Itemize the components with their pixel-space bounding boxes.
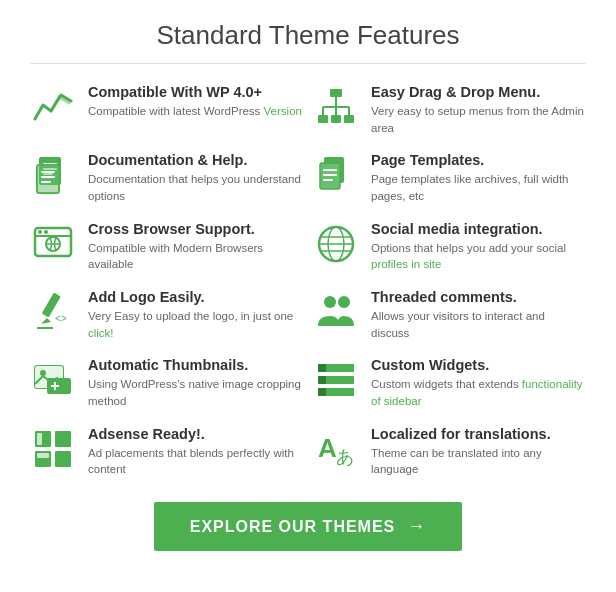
pencil-icon: <> xyxy=(30,289,76,335)
svg-point-26 xyxy=(38,230,42,234)
list-icon xyxy=(313,357,359,403)
feature-logo-heading: Add Logo Easily. xyxy=(88,289,303,305)
feature-thumbnails-desc: Using WordPress's native image cropping … xyxy=(88,376,303,409)
feature-wp-compat-desc: Compatible with latest WordPress Version xyxy=(88,103,302,120)
people-icon xyxy=(313,289,359,335)
svg-rect-14 xyxy=(37,165,59,193)
features-grid: Compatible With WP 4.0+ Compatible with … xyxy=(30,84,586,478)
feature-social-desc: Options that helps you add your social p… xyxy=(371,240,586,273)
feature-thumbnails-heading: Automatic Thumbnails. xyxy=(88,357,303,373)
feature-social-heading: Social media integration. xyxy=(371,221,586,237)
feature-docs: Documentation & Help. Documentation that… xyxy=(30,152,303,204)
feature-browser-desc: Compatible with Modern Browsers availabl… xyxy=(88,240,303,273)
svg-text:あ: あ xyxy=(336,447,354,467)
svg-rect-1 xyxy=(318,115,328,123)
svg-rect-21 xyxy=(323,169,337,171)
svg-rect-23 xyxy=(323,179,333,181)
svg-point-27 xyxy=(44,230,48,234)
feature-comments: Threaded comments. Allows your visitors … xyxy=(313,289,586,341)
explore-btn-wrapper: EXPLORE OUR THEMES → xyxy=(30,502,586,551)
svg-rect-50 xyxy=(318,376,326,384)
svg-rect-56 xyxy=(55,451,71,467)
feature-templates: Page Templates. Page templates like arch… xyxy=(313,152,586,204)
svg-marker-36 xyxy=(41,318,51,324)
feature-widgets: Custom Widgets. Custom widgets that exte… xyxy=(313,357,586,409)
document-icon xyxy=(30,152,76,198)
feature-templates-desc: Page templates like archives, full width… xyxy=(371,171,586,204)
svg-rect-57 xyxy=(37,433,42,445)
feature-drag-drop-heading: Easy Drag & Drop Menu. xyxy=(371,84,586,100)
chart-icon xyxy=(30,84,76,130)
feature-social: Social media integration. Options that h… xyxy=(313,221,586,273)
feature-adsense-heading: Adsense Ready!. xyxy=(88,426,303,442)
feature-comments-heading: Threaded comments. xyxy=(371,289,586,305)
feature-browser: Cross Browser Support. Compatible with M… xyxy=(30,221,303,273)
svg-text:A: A xyxy=(318,433,337,463)
browser-icon xyxy=(30,221,76,267)
svg-rect-0 xyxy=(330,89,342,97)
svg-rect-58 xyxy=(37,453,49,458)
feature-drag-drop: Easy Drag & Drop Menu. Very easy to setu… xyxy=(313,84,586,136)
svg-point-39 xyxy=(324,296,336,308)
feature-logo-desc: Very Easy to upload the logo, in just on… xyxy=(88,308,303,341)
feature-wp-compat: Compatible With WP 4.0+ Compatible with … xyxy=(30,84,303,136)
svg-rect-15 xyxy=(41,171,55,173)
svg-rect-2 xyxy=(331,115,341,123)
feature-comments-desc: Allows your visitors to interact and dis… xyxy=(371,308,586,341)
feature-docs-desc: Documentation that helps you understand … xyxy=(88,171,303,204)
feature-localized-heading: Localized for translations. xyxy=(371,426,586,442)
feature-wp-compat-heading: Compatible With WP 4.0+ xyxy=(88,84,302,100)
svg-rect-52 xyxy=(318,388,326,396)
svg-point-40 xyxy=(338,296,350,308)
feature-adsense-desc: Ad placements that blends perfectly with… xyxy=(88,445,303,478)
svg-text:<>: <> xyxy=(55,313,67,324)
grid-icon xyxy=(30,426,76,472)
globe-icon xyxy=(313,221,359,267)
image-icon xyxy=(30,357,76,403)
explore-themes-button[interactable]: EXPLORE OUR THEMES → xyxy=(154,502,463,551)
page-title: Standard Theme Features xyxy=(30,20,586,64)
feature-docs-heading: Documentation & Help. xyxy=(88,152,303,168)
pages-icon xyxy=(313,152,359,198)
feature-browser-heading: Cross Browser Support. xyxy=(88,221,303,237)
svg-rect-22 xyxy=(323,174,337,176)
svg-rect-16 xyxy=(41,176,55,178)
feature-localized: A あ Localized for translations. Theme ca… xyxy=(313,426,586,478)
explore-btn-label: EXPLORE OUR THEMES xyxy=(190,518,396,536)
feature-widgets-desc: Custom widgets that extends functionalit… xyxy=(371,376,586,409)
feature-widgets-heading: Custom Widgets. xyxy=(371,357,586,373)
hierarchy-icon xyxy=(313,84,359,130)
feature-localized-desc: Theme can be translated into any languag… xyxy=(371,445,586,478)
feature-thumbnails: Automatic Thumbnails. Using WordPress's … xyxy=(30,357,303,409)
feature-drag-drop-desc: Very easy to setup menus from the Admin … xyxy=(371,103,586,136)
svg-rect-48 xyxy=(318,364,326,372)
translate-icon: A あ xyxy=(313,426,359,472)
arrow-icon: → xyxy=(407,516,426,537)
svg-rect-3 xyxy=(344,115,354,123)
feature-adsense: Adsense Ready!. Ad placements that blend… xyxy=(30,426,303,478)
svg-rect-17 xyxy=(41,181,51,183)
feature-templates-heading: Page Templates. xyxy=(371,152,586,168)
svg-rect-54 xyxy=(55,431,71,447)
feature-logo: <> Add Logo Easily. Very Easy to upload … xyxy=(30,289,303,341)
